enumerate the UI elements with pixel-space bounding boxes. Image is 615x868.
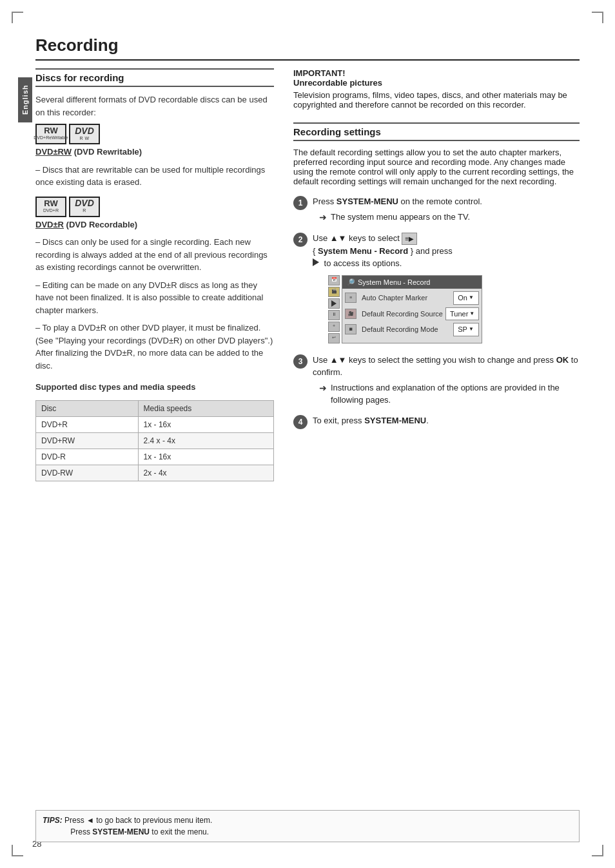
table-row: DVD+R1x - 16x — [36, 416, 274, 432]
dvdrw-label: DVD±RW (DVD Rewritable) — [35, 146, 274, 159]
arrow-icon-3: ➜ — [319, 381, 327, 395]
table-cell: DVD+RW — [36, 432, 139, 448]
row1-icon: ≡ — [345, 293, 356, 303]
arrow-icon-menu — [331, 300, 337, 307]
step-2-number: 2 — [293, 233, 308, 247]
menu-side-icon-4: ⏸ — [328, 310, 340, 320]
step-3-number: 3 — [293, 354, 308, 369]
discs-section-header: Discs for recording — [35, 68, 274, 87]
tips-box: TIPS: Press ◄ to go back to previous men… — [35, 810, 580, 842]
menu-row-3: ⏹ Default Recording Mode SP ▼ — [342, 322, 482, 338]
menu-side-icon-6: ↩ — [328, 333, 340, 343]
step-2: 2 Use ▲▼ keys to select ≡▶ { System Menu… — [293, 232, 580, 346]
dvdr-logos: RW DVD+R DVD R — [35, 197, 274, 217]
table-cell: DVD-R — [36, 448, 139, 465]
menu-icon-symbol: 🔎 — [346, 277, 355, 288]
important-subtitle: Unrecordable pictures — [293, 78, 580, 88]
dvdr-desc2: – Editing can be made on any DVD±R discs… — [35, 279, 274, 317]
recording-settings-header: Recording settings — [293, 122, 580, 141]
dvd-rw-logo-box: DVD R W — [69, 124, 100, 144]
page-title: Recording — [35, 35, 580, 61]
row3-dropdown[interactable]: SP ▼ — [453, 323, 479, 336]
left-column: Discs for recording Several different fo… — [35, 68, 274, 481]
menu-side-icon-3 — [328, 298, 340, 309]
col-media-speeds: Media speeds — [138, 400, 273, 416]
corner-tl — [12, 12, 23, 23]
step-1-content: Press SYSTEM-MENU on the remote control.… — [313, 195, 580, 224]
table-cell: DVD-RW — [36, 465, 139, 481]
dvdrw-logos: RW DVD+ReWritable DVD R W — [35, 124, 274, 144]
important-label: IMPORTANT! — [293, 68, 580, 78]
disc-speed-table: Disc Media speeds DVD+R1x - 16xDVD+RW2.4… — [35, 400, 274, 481]
dvdr-label: DVD±R (DVD Recordable) — [35, 218, 274, 231]
recording-settings-section: Recording settings The default recording… — [293, 122, 580, 429]
table-row: DVD-RW2x - 4x — [36, 465, 274, 481]
row2-icon: 🎥 — [345, 309, 356, 319]
rw-logo-box: RW DVD+ReWritable — [35, 124, 66, 144]
table-cell: 1x - 16x — [138, 416, 273, 432]
step-3-arrow: ➜ Instructions and explanation of the op… — [313, 381, 580, 407]
step-3: 3 Use ▲▼ keys to select the setting you … — [293, 354, 580, 407]
right-column: IMPORTANT! Unrecordable pictures Televis… — [293, 68, 580, 481]
tips-label: TIPS: — [43, 816, 63, 825]
menu-panel: 🔎 System Menu - Record ≡ Auto Chapter Ma… — [342, 275, 482, 343]
step-4-content: To exit, press SYSTEM-MENU. — [313, 414, 580, 427]
row1-dropdown[interactable]: On ▼ — [453, 291, 479, 305]
discs-intro: Several different formats of DVD recorda… — [35, 93, 274, 481]
page-content: Recording Discs for recording Several di… — [35, 35, 580, 833]
table-cell: 2.4 x - 4x — [138, 432, 273, 448]
dropdown-arrow-2: ▼ — [469, 310, 474, 318]
row3-label: Default Recording Mode — [362, 324, 451, 335]
menu-side-icon-2: 🎬 — [328, 287, 340, 297]
table-cell: DVD+R — [36, 416, 139, 432]
menu-title-text: System Menu - Record — [358, 277, 430, 288]
corner-bl — [12, 845, 23, 856]
corner-br — [592, 845, 603, 856]
step-1: 1 Press SYSTEM-MENU on the remote contro… — [293, 195, 580, 224]
dvdr-desc1: – Discs can only be used for a single re… — [35, 236, 274, 274]
tips-line-2: Press SYSTEM-MENU to exit the menu. — [70, 827, 209, 836]
menu-row-2: 🎥 Default Recording Source Tuner ▼ — [342, 306, 482, 322]
system-menu-screenshot: 📅 🎬 ⏸ + ↩ — [328, 275, 580, 343]
step-4-number: 4 — [293, 415, 308, 429]
dvdrw-desc: – Discs that are rewritable can be used … — [35, 164, 274, 189]
menu-side-icon-5: + — [328, 322, 340, 332]
recording-settings-intro: The default recording settings allow you… — [293, 148, 580, 186]
corner-tr — [592, 12, 603, 23]
language-tab: English — [18, 77, 32, 122]
col-disc: Disc — [36, 400, 139, 416]
important-text: Television programs, films, video tapes,… — [293, 90, 580, 110]
table-cell: 2x - 4x — [138, 465, 273, 481]
play-triangle-icon — [313, 258, 319, 266]
row2-label: Default Recording Source — [362, 309, 443, 320]
rw-logo-box-2: RW DVD+R — [35, 197, 66, 217]
step-2-content: Use ▲▼ keys to select ≡▶ { System Menu -… — [313, 232, 580, 346]
row1-label: Auto Chapter Marker — [362, 293, 451, 304]
dropdown-arrow-1: ▼ — [469, 294, 474, 302]
main-columns: Discs for recording Several different fo… — [35, 68, 580, 481]
dropdown-arrow-3: ▼ — [469, 325, 474, 333]
menu-row-1: ≡ Auto Chapter Marker On ▼ — [342, 290, 482, 306]
table-row: DVD+RW2.4 x - 4x — [36, 432, 274, 448]
arrow-icon: ➜ — [319, 211, 327, 224]
table-row: DVD-R1x - 16x — [36, 448, 274, 465]
important-box: IMPORTANT! Unrecordable pictures Televis… — [293, 68, 580, 110]
menu-side-icons: 📅 🎬 ⏸ + ↩ — [328, 275, 340, 343]
step-3-content: Use ▲▼ keys to select the setting you wi… — [313, 354, 580, 407]
dvd-r-logo-box: DVD R — [69, 197, 100, 217]
menu-side-icon-1: 📅 — [328, 275, 340, 285]
supported-table-title: Supported disc types and media speeds — [35, 381, 274, 394]
row3-icon: ⏹ — [345, 324, 356, 334]
menu-title-bar: 🔎 System Menu - Record — [342, 276, 482, 289]
supported-disc-section: Supported disc types and media speeds Di… — [35, 381, 274, 481]
dvdr-desc3: – To play a DVD±R on other DVD player, i… — [35, 322, 274, 372]
step-4: 4 To exit, press SYSTEM-MENU. — [293, 414, 580, 429]
step-1-arrow: ➜ The system menu appears on the TV. — [313, 211, 580, 224]
table-cell: 1x - 16x — [138, 448, 273, 465]
step-1-number: 1 — [293, 196, 308, 210]
row2-dropdown[interactable]: Tuner ▼ — [445, 307, 479, 321]
tips-line-1: Press ◄ to go back to previous menu item… — [64, 816, 212, 825]
menu-icon-inline: ≡▶ — [402, 233, 417, 245]
